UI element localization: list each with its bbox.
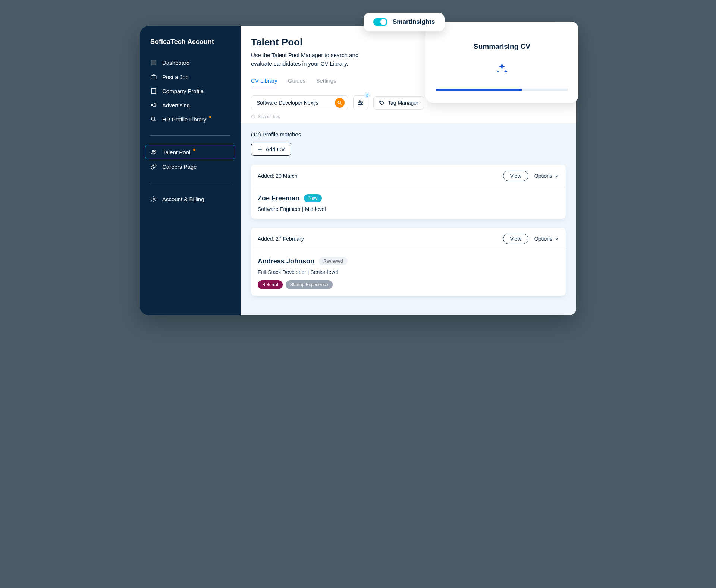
nav-item-dashboard[interactable]: Dashboard: [145, 56, 235, 70]
building-icon: [150, 88, 157, 94]
notification-dot: [193, 149, 195, 151]
candidate-name: Andreas Johnson: [258, 257, 314, 265]
svg-point-22: [361, 102, 362, 104]
users-icon: [151, 149, 157, 155]
tag-manager-label: Tag Manager: [388, 100, 418, 106]
svg-point-24: [359, 104, 360, 105]
divider: [150, 183, 230, 183]
candidate-row: Andreas Johnson Reviewed: [258, 257, 559, 265]
added-date: Added: 27 February: [258, 236, 304, 242]
card-body: Andreas Johnson Reviewed Full-Stack Deve…: [251, 250, 566, 296]
filter-count-badge: 3: [364, 92, 371, 98]
matches-count: (12) Profile matches: [251, 131, 566, 137]
svg-rect-4: [151, 76, 156, 79]
candidate-role: Software Engineer | Mid-level: [258, 206, 559, 212]
tab-guides[interactable]: Guides: [288, 78, 306, 88]
svg-point-20: [359, 101, 360, 102]
tag-startup: Startup Experience: [286, 280, 333, 289]
svg-rect-5: [152, 88, 156, 94]
smartinsights-toggle[interactable]: [373, 18, 387, 26]
search-icon: [150, 116, 157, 123]
sparkle-icon: [436, 62, 568, 77]
svg-point-15: [154, 151, 156, 152]
gear-icon: [150, 196, 157, 202]
progress-fill: [436, 89, 522, 91]
nav-item-careers-page[interactable]: Careers Page: [145, 159, 235, 174]
nav-item-post-a-job[interactable]: Post a Job: [145, 70, 235, 84]
nav-label: HR Profile Library: [162, 116, 206, 123]
nav-item-company-profile[interactable]: Company Profile: [145, 84, 235, 98]
candidate-card: Added: 20 March View Options Zoe Freeman…: [251, 165, 566, 219]
add-cv-button[interactable]: Add CV: [251, 143, 291, 156]
smartinsights-panel: Summarising CV: [425, 22, 578, 103]
nav-item-talent-pool[interactable]: Talent Pool: [145, 145, 235, 159]
card-header: Added: 20 March View Options: [251, 165, 566, 187]
card-body: Zoe Freeman New Software Engineer | Mid-…: [251, 187, 566, 219]
view-button[interactable]: View: [503, 171, 528, 181]
nav-label: Post a Job: [162, 74, 189, 80]
card-actions: View Options: [503, 171, 559, 181]
nav-label: Advertising: [162, 102, 190, 108]
search-query: Software Developer Nextjs: [257, 100, 318, 106]
nav-label: Account & Billing: [162, 196, 204, 202]
smartinsights-toggle-card: SmartInsights: [364, 13, 445, 31]
search-button[interactable]: [335, 98, 345, 108]
nav-label: Dashboard: [162, 60, 189, 66]
link-icon: [150, 163, 157, 170]
notification-dot: [209, 116, 211, 118]
tab-cv-library[interactable]: CV Library: [251, 78, 277, 88]
page-subtitle: Use the Talent Pool Manager to search an…: [251, 51, 370, 68]
sidebar: SoficaTech Account DashboardPost a JobCo…: [140, 26, 241, 315]
svg-line-18: [340, 104, 342, 105]
dashboard-icon: [150, 59, 157, 66]
tag-manager-button[interactable]: Tag Manager: [373, 96, 424, 110]
svg-line-13: [154, 120, 156, 121]
search-tips-link[interactable]: Search tips: [251, 114, 566, 119]
nav-label: Company Profile: [162, 88, 204, 94]
tag-row: ReferralStartup Experience: [258, 280, 559, 289]
add-cv-label: Add CV: [266, 146, 285, 152]
tag-referral: Referral: [258, 280, 283, 289]
app-window: SmartInsights Summarising CV SoficaTech …: [140, 26, 576, 315]
candidate-name: Zoe Freeman: [258, 195, 299, 202]
smartinsights-panel-title: Summarising CV: [436, 42, 568, 51]
divider: [150, 135, 230, 136]
candidate-row: Zoe Freeman New: [258, 194, 559, 202]
view-button[interactable]: View: [503, 234, 528, 244]
briefcase-icon: [150, 73, 157, 80]
search-tips-label: Search tips: [258, 114, 280, 119]
svg-point-25: [380, 101, 381, 102]
nav-item-account-billing[interactable]: Account & Billing: [145, 192, 235, 206]
svg-point-14: [152, 150, 154, 152]
svg-point-17: [338, 101, 340, 104]
nav-item-hr-profile-library[interactable]: HR Profile Library: [145, 112, 235, 126]
megaphone-icon: [150, 102, 157, 108]
nav-item-advertising[interactable]: Advertising: [145, 98, 235, 112]
candidate-role: Full-Stack Developer | Senior-level: [258, 269, 559, 275]
nav-label: Talent Pool: [163, 149, 190, 155]
added-date: Added: 20 March: [258, 173, 298, 179]
card-actions: View Options: [503, 234, 559, 244]
status-badge: Reviewed: [319, 257, 348, 265]
status-badge: New: [304, 194, 322, 202]
options-dropdown[interactable]: Options: [534, 173, 559, 179]
options-dropdown[interactable]: Options: [534, 236, 559, 242]
results-panel: (12) Profile matches Add CV Added: 20 Ma…: [241, 123, 576, 315]
tab-settings[interactable]: Settings: [316, 78, 336, 88]
smartinsights-label: SmartInsights: [393, 18, 435, 26]
progress-bar: [436, 89, 568, 91]
nav-label: Careers Page: [162, 164, 197, 170]
candidate-card: Added: 27 February View Options Andreas …: [251, 228, 566, 296]
search-input[interactable]: Software Developer Nextjs: [251, 95, 348, 110]
filter-button[interactable]: 3: [353, 95, 368, 110]
svg-point-12: [151, 117, 155, 120]
card-header: Added: 27 February View Options: [251, 228, 566, 250]
svg-point-16: [153, 198, 155, 200]
account-title: SoficaTech Account: [140, 38, 241, 53]
